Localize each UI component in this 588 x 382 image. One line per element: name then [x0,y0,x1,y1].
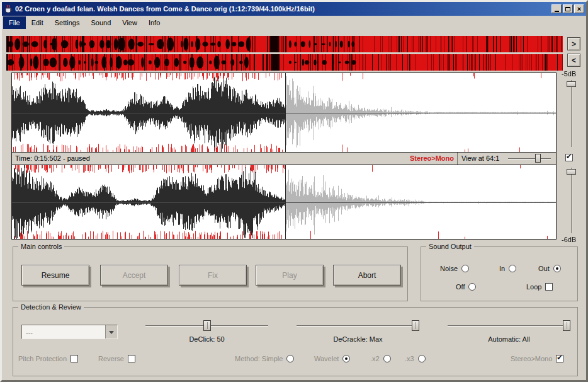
overview-scroll-back-button[interactable]: < [567,54,580,67]
stereo-mono-indicator: Stereo>Mono [410,154,454,162]
waveform-right-channel[interactable] [11,165,557,240]
gain-slider-bottom[interactable] [567,168,577,233]
loop-label: Loop [526,283,541,291]
stereo-mono-checkbox[interactable] [556,355,563,362]
off-label: Off [456,283,465,291]
main-controls-group: Main controls Resume Accept Fix Play Abo… [13,246,408,301]
x3-option: .x3 [405,355,426,362]
in-option: In [499,265,516,272]
declick-slider[interactable] [145,320,268,332]
gain-slider-top-track [571,80,572,147]
out-label: Out [538,265,550,272]
gain-slider-top[interactable] [567,80,577,147]
menu-bar: File Edit Settings Sound View Info [2,16,586,30]
chevron-down-icon[interactable] [105,325,117,339]
method-simple-label: Method: Simple [235,355,283,362]
decrackle-slider[interactable] [297,320,419,332]
declick-label: DeClick: 50 [145,335,268,343]
in-label: In [499,265,505,272]
gain-bottom-label: -6dB [562,236,587,243]
menu-item-info[interactable]: Info [143,16,166,29]
off-radio[interactable] [468,283,476,291]
out-option: Out [538,265,561,272]
menu-item-view[interactable]: View [116,16,143,29]
maximize-button[interactable] [563,4,573,13]
menu-item-edit[interactable]: Edit [26,16,49,29]
gain-slider-bottom-thumb[interactable] [567,169,576,175]
menu-item-settings[interactable]: Settings [49,16,86,29]
automatic-slider-track [448,325,570,327]
minimize-icon [555,11,559,12]
time-display: Time: 0:15:502 - paused [15,154,90,162]
loop-checkbox[interactable] [545,283,553,291]
overview-scroll-forward-button[interactable]: > [567,37,580,50]
view-zoom-panel: View at 64:1 [457,153,556,165]
gain-top-label: -5dB [562,70,587,78]
view-zoom-slider[interactable] [508,154,553,163]
app-window: 02 Croen y doafad felan. Welsh Dances fr… [0,0,588,382]
reverse-option: Reverse [98,355,135,362]
play-button[interactable]: Play [256,265,324,286]
noise-option: Noise [440,265,469,272]
automatic-slider[interactable] [448,320,570,332]
status-bar: Time: 0:15:502 - paused Stereo>Mono View… [11,153,557,165]
decrackle-slider-track [297,325,419,327]
channel-link-checkbox[interactable] [565,154,573,161]
resume-button[interactable]: Resume [21,265,89,286]
off-option: Off [456,283,476,291]
fix-button[interactable]: Fix [179,265,247,286]
accept-button[interactable]: Accept [100,265,168,286]
close-button[interactable]: × [574,4,584,13]
menu-item-file[interactable]: File [3,16,26,29]
reverse-checkbox[interactable] [128,355,135,362]
sound-output-title: Sound Output [426,243,474,250]
x3-radio[interactable] [418,355,426,362]
stereo-mono-option: Stereo>Mono [511,355,563,362]
pitch-protection-option: Pitch Protection [18,355,78,362]
gain-slider-bottom-track [571,168,572,233]
stereo-mono-label: Stereo>Mono [511,355,552,362]
pitch-protection-checkbox[interactable] [71,355,78,362]
wavelet-label: Wavelet [314,355,339,362]
abort-button[interactable]: Abort [333,265,401,286]
minimize-button[interactable] [551,4,562,13]
loop-option: Loop [526,283,553,291]
view-zoom-slider-track [508,158,551,159]
sound-output-group: Sound Output Noise In Out Off Loop [421,246,578,301]
wavelet-radio[interactable] [342,355,350,362]
view-zoom-label: View at 64:1 [461,154,499,162]
x2-option: .x2 [370,355,391,362]
decrackle-label: DeCrackle: Max [297,335,419,343]
preset-dropdown-value: --- [22,325,105,339]
declick-slider-thumb[interactable] [203,320,211,331]
preset-dropdown[interactable]: --- [21,325,118,339]
method-simple-option: Method: Simple [235,355,294,362]
x2-label: .x2 [370,355,380,362]
java-app-icon [4,4,13,13]
automatic-label: Automatic: All [448,335,570,343]
gain-slider-top-thumb[interactable] [567,81,576,87]
out-radio[interactable] [553,265,561,272]
maximize-icon [565,7,570,11]
automatic-slider-thumb[interactable] [563,320,570,331]
overview-left-channel[interactable] [6,36,563,52]
title-bar[interactable]: 02 Croen y doafad felan. Welsh Dances fr… [2,2,586,16]
main-controls-title: Main controls [18,243,64,250]
decrackle-slider-thumb[interactable] [412,320,419,331]
window-title: 02 Croen y doafad felan. Welsh Dances fr… [15,5,549,13]
pitch-protection-label: Pitch Protection [18,355,67,362]
method-simple-radio[interactable] [286,355,294,362]
waveform-left-channel[interactable] [11,72,557,153]
x2-radio[interactable] [383,355,391,362]
menu-item-sound[interactable]: Sound [85,16,116,29]
noise-radio[interactable] [461,265,469,272]
in-radio[interactable] [509,265,516,272]
overview-right-channel[interactable] [6,54,563,71]
detection-review-group: Detection & Review --- DeClick: 50 DeCra… [13,307,578,376]
noise-label: Noise [440,265,458,272]
detection-review-title: Detection & Review [18,303,84,311]
view-zoom-slider-thumb[interactable] [535,154,541,163]
reverse-label: Reverse [98,355,124,362]
wavelet-option: Wavelet [314,355,350,362]
x3-label: .x3 [405,355,414,362]
